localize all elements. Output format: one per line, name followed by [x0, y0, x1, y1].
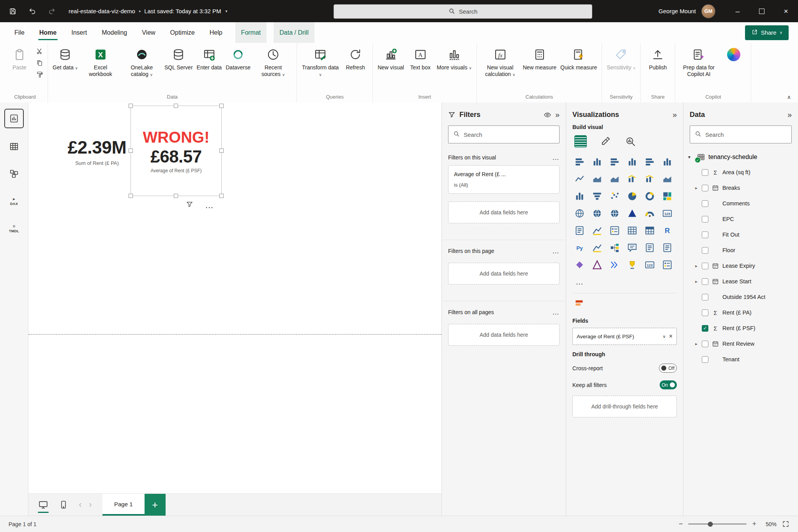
visual-type-metrics-visual-icon[interactable]	[624, 257, 640, 272]
ribbon-tab-optimize[interactable]: Optimize	[164, 22, 201, 43]
field-checkbox[interactable]	[702, 185, 708, 191]
visual-type-arcgis-map-icon[interactable]	[572, 257, 588, 272]
visual-type-filled-map-icon[interactable]	[589, 206, 605, 221]
excel-workbook-button[interactable]: XExcel workbook	[80, 45, 121, 78]
table-tenancy-schedule[interactable]: ▾ ✓ tenancy-schedule	[683, 149, 798, 164]
global-search-input[interactable]: Search	[334, 4, 592, 19]
data-field-rent-psf[interactable]: ✓ΣRent (£ PSF)	[683, 320, 798, 336]
onelake-catalog-button[interactable]: OneLake catalog ∨	[122, 45, 162, 78]
data-field-outside-1954-act[interactable]: Outside 1954 Act	[683, 289, 798, 305]
zoom-slider-knob[interactable]	[708, 521, 713, 527]
selection-handle[interactable]	[174, 104, 178, 108]
visual-type-map-icon[interactable]	[572, 206, 588, 221]
table-view[interactable]	[5, 138, 23, 156]
keep-all-filters-toggle[interactable]: On	[660, 380, 677, 389]
expand-chevron-icon[interactable]: ▸	[694, 186, 699, 191]
field-checkbox[interactable]	[702, 278, 708, 285]
chevron-down-icon[interactable]: ▾	[226, 9, 228, 13]
new-visual-button[interactable]: New visual	[376, 45, 406, 72]
selection-handle[interactable]	[129, 194, 133, 198]
document-title[interactable]: real-estate-data-viz-demo • Last saved: …	[69, 8, 228, 14]
field-checkbox[interactable]	[702, 232, 708, 238]
section-more-options-icon[interactable]: …	[552, 249, 560, 253]
visual-type-card-icon[interactable]: 123	[659, 206, 675, 221]
ribbon-tab-home[interactable]: Home	[34, 22, 62, 43]
analytics-icon[interactable]	[623, 134, 638, 149]
copy-icon[interactable]	[34, 58, 44, 68]
visual-more-options-icon[interactable]: …	[205, 203, 214, 207]
selection-handle[interactable]	[174, 194, 178, 198]
chevron-down-icon[interactable]: ∨	[663, 334, 666, 339]
visual-type-matrix-icon[interactable]	[642, 223, 658, 238]
format-visual-icon[interactable]	[598, 134, 613, 149]
visual-type-kpi-icon[interactable]	[589, 223, 605, 238]
new-visual-calculation-button[interactable]: fxNew visual calculation ∨	[480, 45, 521, 78]
visual-type-python-visual-icon[interactable]: Py	[572, 240, 588, 255]
more-visuals-button[interactable]: More visuals ∨	[435, 45, 473, 72]
data-field-breaks[interactable]: ▸Breaks	[683, 180, 798, 196]
zoom-slider[interactable]	[688, 523, 747, 525]
expand-chevron-icon[interactable]: ▸	[694, 263, 699, 269]
collapse-visualizations-pane-icon[interactable]: »	[673, 110, 677, 119]
copilot-button[interactable]	[720, 45, 748, 64]
visual-type-line-chart-icon[interactable]	[572, 171, 588, 186]
visual-type-waterfall-chart-icon[interactable]	[572, 189, 588, 203]
visual-type-key-influencers-icon[interactable]	[589, 240, 605, 255]
remove-field-icon[interactable]: ×	[669, 333, 673, 340]
dax-query-view[interactable]: ▸DAX	[5, 192, 23, 210]
visual-type-power-automate-visual-icon[interactable]	[607, 257, 623, 272]
sensitivity-button[interactable]: Sensitivity ∨	[605, 45, 637, 72]
field-checkbox[interactable]	[702, 341, 708, 347]
selection-handle[interactable]	[219, 194, 224, 198]
share-button[interactable]: Share ∨	[745, 25, 789, 40]
add-page-button[interactable]: +	[145, 494, 166, 516]
maximize-icon[interactable]	[750, 0, 774, 22]
cut-icon[interactable]	[34, 46, 44, 56]
data-field-tenant[interactable]: Tenant	[683, 352, 798, 367]
section-more-options-icon[interactable]: …	[552, 156, 560, 159]
selection-handle[interactable]	[129, 148, 133, 153]
data-field-area-sq-ft[interactable]: ΣArea (sq ft)	[683, 164, 798, 180]
minimize-icon[interactable]: –	[726, 0, 750, 22]
page-tab[interactable]: Page 1	[102, 494, 145, 516]
ribbon-tab-view[interactable]: View	[136, 22, 161, 43]
expand-chevron-icon[interactable]: ▸	[694, 279, 699, 284]
filter-card-avg-rent[interactable]: Average of Rent (£ ... is (All)	[448, 165, 560, 194]
data-field-lease-expiry[interactable]: ▸Lease Expiry	[683, 258, 798, 274]
save-icon[interactable]	[8, 6, 18, 16]
mobile-layout-icon[interactable]	[55, 497, 72, 513]
visual-type-slicer-icon[interactable]	[607, 223, 623, 238]
data-field-fit-out[interactable]: Fit Out	[683, 227, 798, 242]
visual-type-scatter-chart-icon[interactable]	[607, 189, 623, 203]
field-pill[interactable]: Average of Rent (£ PSF)	[577, 334, 660, 339]
add-data-fields-visual[interactable]: Add data fields here	[448, 201, 560, 223]
enter-data-button[interactable]: Enter data	[195, 45, 224, 72]
visual-type-azure-map-icon[interactable]	[624, 206, 640, 221]
format-painter-icon[interactable]	[34, 69, 44, 80]
recent-sources-button[interactable]: Recent sources ∨	[253, 45, 293, 78]
selection-handle[interactable]	[129, 104, 133, 108]
visual-type-shape-map-icon[interactable]	[607, 206, 623, 221]
data-field-rent-review[interactable]: ▸Rent Review	[683, 336, 798, 352]
visual-type-area-chart-icon[interactable]	[589, 171, 605, 186]
visual-type-pie-chart-icon[interactable]	[624, 189, 640, 203]
visual-type-decomposition-tree-icon[interactable]	[607, 240, 623, 255]
collapse-ribbon-icon[interactable]: ∧	[787, 94, 791, 100]
collapse-filters-pane-icon[interactable]: »	[555, 110, 560, 119]
add-data-fields-all-pages[interactable]: Add data fields here	[448, 324, 560, 346]
visual-type-new-card-visual-icon[interactable]: 123	[642, 257, 658, 272]
visual-type-ribbon-chart-icon[interactable]	[659, 171, 675, 186]
user-name[interactable]: George Mount	[659, 8, 696, 14]
undo-icon[interactable]	[27, 6, 37, 16]
data-field-comments[interactable]: Comments	[683, 196, 798, 211]
visual-type-new-slicer-visual-icon[interactable]	[659, 257, 675, 272]
selection-handle[interactable]	[219, 148, 224, 153]
data-field-lease-start[interactable]: ▸Lease Start	[683, 274, 798, 289]
cross-report-toggle[interactable]: Off	[659, 364, 677, 373]
field-checkbox[interactable]	[702, 309, 708, 316]
field-checkbox[interactable]: ✓	[702, 325, 708, 332]
filters-search-input[interactable]: Search	[448, 125, 560, 143]
model-view[interactable]	[5, 165, 23, 183]
add-data-fields-page[interactable]: Add data fields here	[448, 263, 560, 285]
more-visual-types-icon[interactable]: …	[572, 274, 588, 289]
